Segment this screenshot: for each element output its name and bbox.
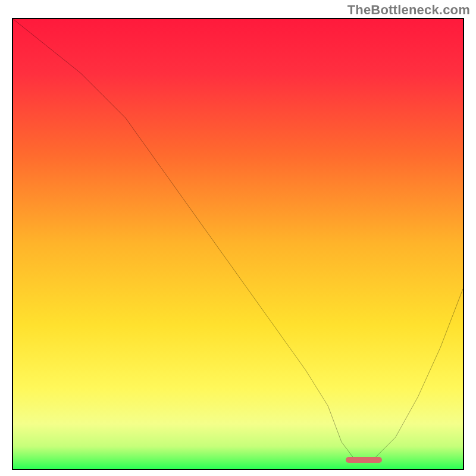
optimum-marker xyxy=(346,457,381,463)
bottleneck-curve xyxy=(13,19,463,469)
watermark-text: TheBottleneck.com xyxy=(347,2,470,18)
chart-area xyxy=(12,18,464,470)
